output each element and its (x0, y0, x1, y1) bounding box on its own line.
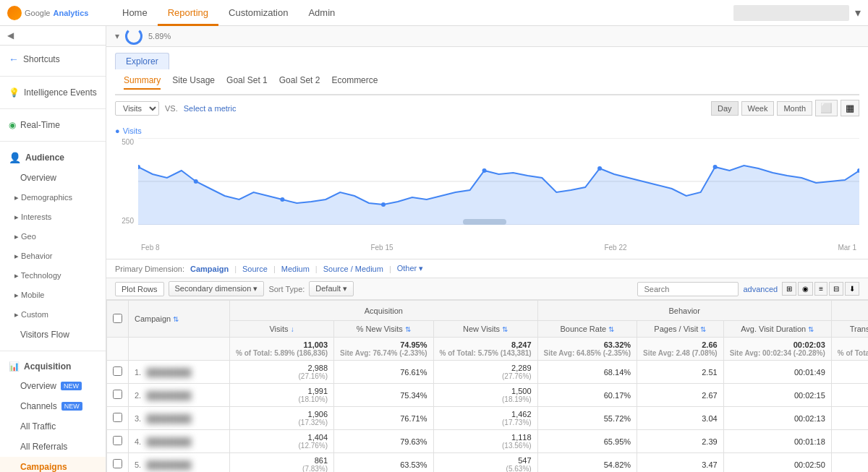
data-table: Campaign ⇅ Acquisition Behavior Conversi… (106, 300, 868, 472)
th-behavior-group: Behavior (537, 301, 831, 321)
plot-rows-button[interactable]: Plot Rows (115, 282, 164, 296)
sidebar-item-geo[interactable]: ▸ Geo (0, 227, 106, 246)
row-bounce-rate: 68.14% (537, 361, 637, 384)
bounce-rate-sort[interactable]: ⇅ (608, 325, 614, 333)
sidebar-item-interests[interactable]: ▸ Interests (0, 207, 106, 227)
tab-goal-set-2[interactable]: Goal Set 2 (279, 75, 320, 90)
x-label-feb15: Feb 15 (370, 244, 393, 252)
sidebar-item-behavior[interactable]: ▸ Behavior (0, 246, 106, 266)
dimension-source[interactable]: Source (242, 265, 268, 273)
total-new-visits-count: 8,247 % of Total: 5.75% (143,381) (433, 338, 537, 361)
sidebar-item-realtime[interactable]: ◉ Real-Time (0, 115, 106, 135)
svg-point-6 (381, 202, 386, 207)
line-chart-button[interactable]: ⬜ (815, 100, 838, 116)
month-button[interactable]: Month (777, 101, 812, 116)
secondary-dimension-button[interactable]: Secondary dimension ▾ (169, 281, 265, 296)
row-checkbox[interactable] (113, 366, 122, 376)
account-selector[interactable] (733, 5, 849, 21)
avg-duration-sort[interactable]: ⇅ (808, 325, 814, 333)
new-visits-pct-sort[interactable]: ⇅ (405, 325, 411, 333)
svg-point-5 (280, 197, 284, 202)
total-new-visits-pct: 74.95% Site Avg: 76.74% (-2.33%) (334, 338, 433, 361)
account-chevron[interactable]: ▾ (855, 6, 861, 20)
row-pages-visit: 2.51 (637, 361, 724, 384)
sidebar-item-campaigns[interactable]: Campaigns (0, 457, 106, 472)
bar-view-button[interactable]: ≡ (814, 282, 827, 296)
sidebar-item-acq-overview[interactable]: Overview NEW (0, 376, 106, 396)
bar-chart-button[interactable]: ▦ (841, 100, 859, 116)
x-label-mar1: Mar 1 (838, 244, 856, 252)
table-view-button[interactable]: ⊞ (782, 282, 796, 296)
tab-goal-set-1[interactable]: Goal Set 1 (226, 75, 268, 90)
sidebar-item-channels[interactable]: Channels NEW (0, 396, 106, 416)
sidebar-item-all-referrals[interactable]: All Referrals (0, 437, 106, 457)
nav-home[interactable]: Home (112, 0, 158, 26)
sidebar-item-all-traffic[interactable]: All Traffic (0, 416, 106, 437)
row-campaign: 4. ████████ (129, 430, 230, 453)
download-button[interactable]: ⬇ (845, 282, 859, 296)
audience-header: 👤 Audience (0, 147, 106, 168)
view-icons: ⊞ ◉ ≡ ⊟ ⬇ (782, 282, 859, 296)
row-avg-duration: 00:02:13 (723, 407, 831, 430)
total-row: 11,003 % of Total: 5.89% (186,836) 74.95… (107, 338, 869, 361)
dimension-bar: Primary Dimension: Campaign | Source | M… (106, 259, 868, 278)
row-new-visits-count: 1,462 (17.73%) (433, 407, 537, 430)
select-all-checkbox[interactable] (113, 314, 122, 323)
visits-sort[interactable]: ↓ (291, 325, 294, 333)
row-new-visits-pct: 63.53% (334, 453, 433, 473)
nav-reporting[interactable]: Reporting (158, 0, 218, 26)
sidebar-item-shortcuts[interactable]: ← Shortcuts (0, 48, 106, 70)
dimension-medium[interactable]: Medium (281, 265, 310, 273)
row-checkbox-cell (107, 384, 129, 407)
explorer-tab[interactable]: Explorer (115, 53, 169, 69)
collapse-nav-button[interactable]: ▾ (112, 30, 122, 43)
sidebar-shortcuts: ← Shortcuts (0, 46, 106, 73)
select-metric-link[interactable]: Select a metric (184, 104, 237, 113)
new-visits-count-sort[interactable]: ⇅ (502, 325, 508, 333)
row-visits: 1,404 (12.76%) (230, 430, 334, 453)
row-new-visits-pct: 76.61% (334, 361, 433, 384)
top-mini-bar: ▾ 5.89% (106, 26, 868, 47)
table-row: 4. ████████ 1,404 (12.76%) 79.63% 1,118 … (107, 430, 869, 453)
dimension-source-medium[interactable]: Source / Medium (323, 265, 383, 273)
sidebar-item-demographics[interactable]: ▸ Demographics (0, 188, 106, 207)
search-input[interactable] (637, 282, 739, 296)
row-checkbox[interactable] (113, 436, 122, 445)
y-max: 500 (122, 138, 134, 146)
sidebar-item-technology[interactable]: ▸ Technology (0, 266, 106, 286)
th-acquisition-group: Acquisition (230, 301, 538, 321)
tab-site-usage[interactable]: Site Usage (172, 75, 215, 90)
sidebar-item-custom[interactable]: ▸ Custom (0, 305, 106, 325)
collapse-sidebar-button[interactable]: ◀ (4, 29, 17, 42)
day-button[interactable]: Day (711, 101, 739, 116)
sub-tabs-bar: Summary Site Usage Goal Set 1 Goal Set 2… (115, 71, 859, 95)
dimension-campaign[interactable]: Campaign (190, 265, 229, 273)
x-label-feb8: Feb 8 (141, 244, 160, 252)
row-checkbox[interactable] (113, 459, 122, 468)
row-campaign: 2. ████████ (129, 384, 230, 407)
dimension-other[interactable]: Other ▾ (397, 264, 424, 273)
tab-ecommerce[interactable]: Ecommerce (331, 75, 378, 90)
advanced-link[interactable]: advanced (743, 285, 778, 293)
row-bounce-rate: 55.72% (537, 407, 637, 430)
table-container: Campaign ⇅ Acquisition Behavior Conversi… (106, 300, 868, 472)
nav-customization[interactable]: Customization (218, 0, 298, 26)
sidebar-item-audience-overview[interactable]: Overview (0, 168, 106, 188)
th-conversions-group: Conversions eCommerce ▾ (831, 301, 868, 321)
sidebar-item-mobile[interactable]: ▸ Mobile (0, 286, 106, 305)
sort-default-button[interactable]: Default ▾ (309, 281, 354, 296)
row-checkbox[interactable] (113, 390, 122, 399)
pivot-view-button[interactable]: ⊟ (829, 282, 843, 296)
table-row: 1. ████████ 2,988 (27.16%) 76.61% 2,289 … (107, 361, 869, 384)
pie-view-button[interactable]: ◉ (798, 282, 813, 296)
pages-visit-sort[interactable]: ⇅ (700, 325, 706, 333)
sidebar-item-visitors-flow[interactable]: Visitors Flow (0, 325, 106, 345)
chart-scroll-handle[interactable] (463, 219, 506, 225)
nav-admin[interactable]: Admin (298, 0, 345, 26)
sidebar-item-intelligence[interactable]: 💡 Intelligence Events (0, 82, 106, 103)
metric-dropdown[interactable]: Visits (115, 101, 159, 116)
week-button[interactable]: Week (741, 101, 775, 116)
tab-summary[interactable]: Summary (124, 75, 161, 90)
row-checkbox[interactable] (113, 413, 122, 422)
campaign-sort-arrow[interactable]: ⇅ (173, 315, 179, 323)
